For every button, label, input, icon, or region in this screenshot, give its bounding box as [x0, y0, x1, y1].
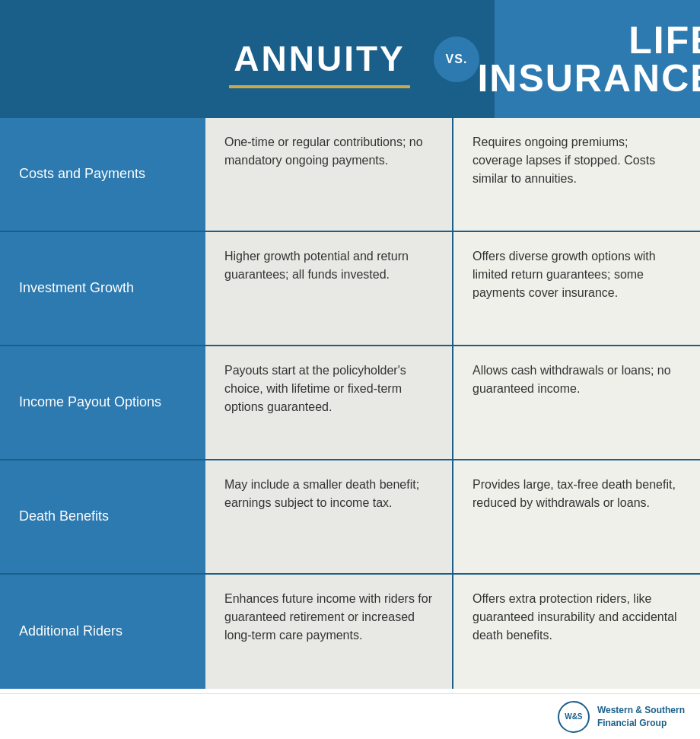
logo-badge: W&S: [558, 701, 590, 733]
row-annuity-investment: Higher growth potential and return guara…: [205, 232, 453, 345]
row-label-investment: Investment Growth: [0, 232, 205, 345]
row-life-riders: Offers extra protection riders, like gua…: [453, 575, 700, 689]
annuity-block: ANNUITY: [213, 38, 426, 88]
row-annuity-costs: One-time or regular contributions; no ma…: [205, 118, 453, 231]
logo-initials: W&S: [565, 713, 582, 721]
row-annuity-income: Payouts start at the policyholder's choi…: [205, 346, 453, 459]
life-line2: INSURANCE: [477, 57, 700, 100]
footer: W&S Western & SouthernFinancial Group: [0, 693, 700, 739]
life-insurance-title: LIFE INSURANCE: [477, 21, 700, 97]
table-row: Additional Riders Enhances future income…: [0, 575, 700, 689]
row-label-income: Income Payout Options: [0, 346, 205, 459]
row-life-death: Provides large, tax-free death benefit, …: [453, 460, 700, 573]
table-row: Income Payout Options Payouts start at t…: [0, 346, 700, 460]
vs-label: VS.: [446, 53, 468, 66]
row-life-costs: Requires ongoing premiums; coverage laps…: [453, 118, 700, 231]
header: ANNUITY VS. LIFE INSURANCE: [0, 0, 700, 118]
annuity-underline: [229, 85, 410, 88]
header-life: LIFE INSURANCE: [495, 0, 700, 118]
life-line1: LIFE: [628, 19, 700, 62]
row-label-costs: Costs and Payments: [0, 118, 205, 231]
page-wrapper: ANNUITY VS. LIFE INSURANCE Costs and Pay…: [0, 0, 700, 739]
company-name: Western & SouthernFinancial Group: [597, 704, 685, 730]
row-label-riders: Additional Riders: [0, 575, 205, 689]
header-center-inner: ANNUITY VS.: [213, 38, 487, 88]
row-annuity-death: May include a smaller death benefit; ear…: [205, 460, 453, 573]
row-annuity-riders: Enhances future income with riders for g…: [205, 575, 453, 689]
row-life-income: Allows cash withdrawals or loans; no gua…: [453, 346, 700, 459]
row-label-death: Death Benefits: [0, 460, 205, 573]
header-center: ANNUITY VS.: [205, 0, 495, 118]
table-row: Costs and Payments One-time or regular c…: [0, 118, 700, 232]
annuity-title: ANNUITY: [213, 38, 426, 79]
header-left-spacer: [0, 0, 205, 118]
comparison-table: Costs and Payments One-time or regular c…: [0, 118, 700, 693]
row-life-investment: Offers diverse growth options with limit…: [453, 232, 700, 345]
table-row: Death Benefits May include a smaller dea…: [0, 460, 700, 575]
vs-badge: VS.: [434, 37, 479, 82]
table-row: Investment Growth Higher growth potentia…: [0, 232, 700, 346]
logo-area: W&S Western & SouthernFinancial Group: [558, 701, 685, 733]
